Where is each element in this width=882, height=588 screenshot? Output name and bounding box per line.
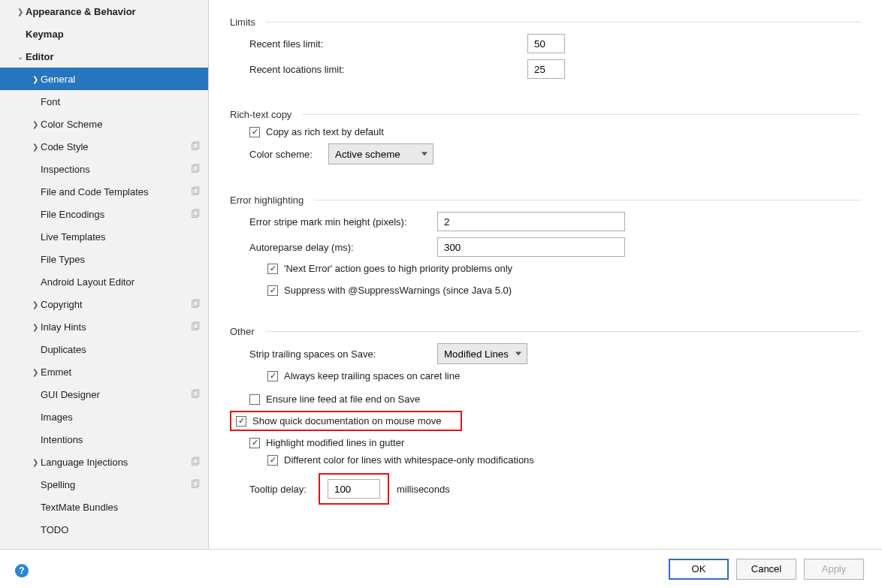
sidebar-item-intentions[interactable]: Intentions	[0, 428, 208, 451]
section-divider	[265, 331, 861, 332]
strip-trailing-label: Strip trailing spaces on Save:	[249, 348, 437, 360]
ensure-linefeed-label: Ensure line feed at file end on Save	[266, 394, 420, 405]
scheme-copy-icon	[190, 389, 201, 400]
sidebar-item-label: TODO	[41, 524, 201, 535]
sidebar-item-editor[interactable]: ⌄Editor	[0, 45, 208, 68]
next-error-label: 'Next Error' action goes to high priorit…	[284, 263, 512, 274]
scheme-copy-icon	[190, 186, 201, 197]
chevron-right-icon: ❯	[15, 8, 26, 16]
scheme-copy-icon	[190, 209, 201, 219]
chevron-right-icon: ❯	[30, 368, 41, 376]
copy-icon	[190, 209, 201, 219]
sidebar-item-language-injections[interactable]: ❯Language Injections	[0, 451, 208, 473]
settings-content: Limits Recent files limit: Recent locati…	[209, 0, 882, 588]
sidebar-item-general[interactable]: ❯General	[0, 68, 208, 90]
tooltip-delay-highlight	[319, 473, 389, 505]
color-scheme-select[interactable]: Active scheme	[328, 143, 433, 164]
copy-icon	[190, 141, 201, 152]
ensure-linefeed-checkbox[interactable]	[249, 394, 260, 405]
copy-icon	[190, 164, 201, 174]
dialog-button-bar: ? OK Cancel Apply	[0, 549, 882, 588]
scheme-copy-icon	[190, 164, 201, 174]
diff-color-whitespace-checkbox[interactable]	[267, 455, 278, 466]
sidebar-item-label: File Types	[41, 254, 201, 265]
sidebar-item-label: Keymap	[26, 29, 201, 40]
copy-icon	[190, 479, 201, 490]
section-title: Other	[230, 326, 261, 337]
sidebar-item-label: Inspections	[41, 164, 190, 175]
suppress-warnings-label: Suppress with @SuppressWarnings (since J…	[284, 285, 512, 296]
sidebar-item-inlay-hints[interactable]: ❯Inlay Hints	[0, 315, 208, 338]
recent-locations-label: Recent locations limit:	[249, 64, 527, 75]
sidebar-item-font[interactable]: Font	[0, 90, 208, 113]
always-keep-trailing-checkbox[interactable]	[267, 371, 278, 381]
copy-rich-text-label: Copy as rich text by default	[266, 126, 384, 137]
sidebar-item-emmet[interactable]: ❯Emmet	[0, 360, 208, 383]
copy-icon	[190, 321, 201, 332]
sidebar-item-live-templates[interactable]: Live Templates	[0, 225, 208, 248]
section-title: Error highlighting	[230, 194, 310, 206]
sidebar-item-spelling[interactable]: Spelling	[0, 473, 208, 496]
recent-locations-input[interactable]	[527, 59, 565, 79]
quick-doc-checkbox[interactable]	[236, 416, 246, 427]
sidebar-item-gui-designer[interactable]: GUI Designer	[0, 383, 208, 406]
sidebar-item-label: Emmet	[41, 366, 201, 378]
chevron-right-icon: ❯	[30, 143, 41, 151]
sidebar-item-label: Font	[41, 96, 201, 107]
sidebar-item-copyright[interactable]: ❯Copyright	[0, 293, 208, 315]
sidebar-item-label: Color Scheme	[41, 119, 201, 130]
sidebar-item-duplicates[interactable]: Duplicates	[0, 338, 208, 360]
chevron-right-icon: ❯	[30, 300, 41, 309]
settings-sidebar: ❯Appearance & BehaviorKeymap⌄Editor❯Gene…	[0, 0, 209, 588]
chevron-right-icon: ❯	[30, 458, 41, 466]
scheme-copy-icon	[190, 321, 201, 332]
strip-trailing-select[interactable]: Modified Lines	[437, 343, 527, 364]
sidebar-item-file-and-code-templates[interactable]: File and Code Templates	[0, 180, 208, 203]
scheme-copy-icon	[190, 141, 201, 152]
sidebar-item-label: Editor	[26, 51, 201, 62]
chevron-right-icon: ❯	[30, 75, 41, 83]
sidebar-item-file-encodings[interactable]: File Encodings	[0, 203, 208, 225]
sidebar-item-images[interactable]: Images	[0, 406, 208, 428]
sidebar-item-textmate-bundles[interactable]: TextMate Bundles	[0, 496, 208, 518]
sidebar-item-label: Duplicates	[41, 344, 201, 355]
sidebar-item-todo[interactable]: TODO	[0, 518, 208, 541]
diff-color-whitespace-label: Different color for lines with whitespac…	[284, 454, 534, 466]
ok-button[interactable]: OK	[669, 559, 729, 580]
copy-icon	[190, 457, 201, 467]
highlight-modified-checkbox[interactable]	[249, 438, 260, 448]
sidebar-item-keymap[interactable]: Keymap	[0, 23, 208, 45]
tooltip-delay-input[interactable]	[328, 479, 380, 499]
scheme-copy-icon	[190, 299, 201, 309]
chevron-right-icon: ❯	[30, 120, 41, 128]
quick-doc-highlight: Show quick documentation on mouse move	[230, 411, 462, 431]
apply-button[interactable]: Apply	[804, 559, 864, 580]
copy-rich-text-checkbox[interactable]	[249, 127, 260, 137]
sidebar-item-label: General	[41, 74, 201, 85]
sidebar-item-file-types[interactable]: File Types	[0, 248, 208, 270]
section-richtext: Rich-text copy	[230, 109, 861, 120]
recent-files-input[interactable]	[527, 34, 565, 53]
sidebar-item-label: Copyright	[41, 299, 190, 310]
suppress-warnings-checkbox[interactable]	[267, 285, 278, 296]
sidebar-item-inspections[interactable]: Inspections	[0, 158, 208, 180]
sidebar-item-appearance-behavior[interactable]: ❯Appearance & Behavior	[0, 0, 208, 23]
stripe-height-input[interactable]	[437, 212, 625, 231]
sidebar-item-label: Appearance & Behavior	[26, 6, 201, 17]
cancel-button[interactable]: Cancel	[736, 559, 796, 580]
sidebar-item-label: Inlay Hints	[41, 321, 190, 333]
section-other: Other	[230, 326, 861, 337]
help-icon[interactable]: ?	[15, 564, 29, 577]
sidebar-item-code-style[interactable]: ❯Code Style	[0, 135, 208, 158]
color-scheme-label: Color scheme:	[249, 149, 328, 160]
highlight-modified-label: Highlight modified lines in gutter	[266, 437, 404, 448]
copy-icon	[190, 389, 201, 400]
tooltip-delay-unit: milliseconds	[397, 484, 450, 495]
autoreparse-input[interactable]	[437, 237, 625, 257]
section-title: Rich-text copy	[230, 109, 298, 120]
next-error-checkbox[interactable]	[267, 264, 278, 274]
sidebar-item-label: Intentions	[41, 434, 201, 445]
sidebar-item-color-scheme[interactable]: ❯Color Scheme	[0, 113, 208, 135]
sidebar-item-android-layout-editor[interactable]: Android Layout Editor	[0, 270, 208, 293]
autoreparse-label: Autoreparse delay (ms):	[249, 242, 437, 253]
